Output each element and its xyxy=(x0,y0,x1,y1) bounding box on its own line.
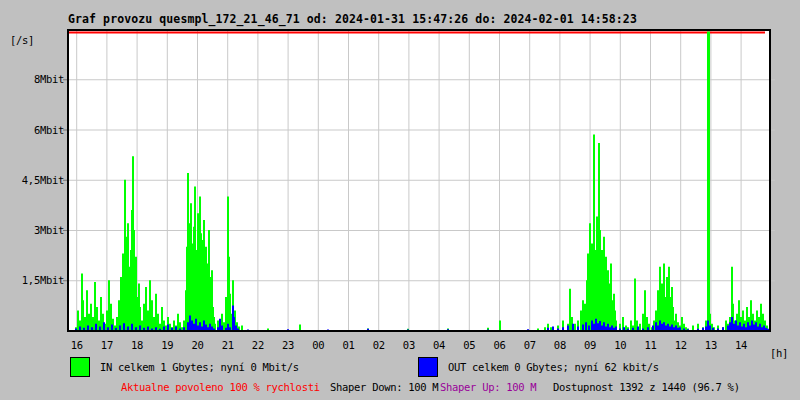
x-axis-tick-label: 18 xyxy=(122,339,152,352)
x-axis-tick-label: 10 xyxy=(605,339,635,352)
x-axis-tick-label: 06 xyxy=(485,339,515,352)
shaper-down-text: Shaper Down: 100 M xyxy=(330,381,438,394)
x-axis-tick-label: 13 xyxy=(696,339,726,352)
y-axis-unit-label: [/s] xyxy=(10,34,34,47)
x-axis-tick-label: 21 xyxy=(213,339,243,352)
x-axis-unit-label: [h] xyxy=(770,347,788,360)
y-axis-tick-label: 3Mbit xyxy=(0,224,64,237)
x-axis-tick-label: 14 xyxy=(726,339,756,352)
y-axis-tick-label: 8Mbit xyxy=(0,73,64,86)
out-legend-label: OUT celkem 0 Gbytes; nyní 62 kbit/s xyxy=(448,361,659,374)
chart-title: Graf provozu quesmpl_172_21_46_71 od: 20… xyxy=(68,12,637,26)
x-axis-tick-label: 00 xyxy=(303,339,333,352)
shaper-up-text: Shaper Up: 100 M xyxy=(440,381,536,394)
x-axis-tick-label: 22 xyxy=(243,339,273,352)
x-axis-tick-label: 04 xyxy=(424,339,454,352)
x-axis-tick-label: 01 xyxy=(334,339,364,352)
x-axis-tick-label: 11 xyxy=(636,339,666,352)
x-axis-tick-label: 07 xyxy=(515,339,545,352)
traffic-graph-panel: { "header": { "title": "Graf provozu que… xyxy=(0,0,800,400)
y-axis-tick-label: 4,5Mbit xyxy=(0,174,64,187)
in-legend-swatch xyxy=(70,357,90,377)
x-axis-tick-label: 02 xyxy=(364,339,394,352)
x-axis-tick-label: 19 xyxy=(152,339,182,352)
x-axis-tick-label: 05 xyxy=(454,339,484,352)
traffic-plot xyxy=(62,28,776,337)
x-axis-tick-label: 12 xyxy=(666,339,696,352)
y-axis-tick-label: 6Mbit xyxy=(0,124,64,137)
out-legend-swatch xyxy=(418,357,438,377)
availability-text: Dostupnost 1392 z 1440 (96.7 %) xyxy=(553,381,740,394)
y-axis-tick-label: 1,5Mbit xyxy=(0,274,64,287)
x-axis-tick-label: 09 xyxy=(575,339,605,352)
allowed-speed-text: Aktualne povoleno 100 % rychlosti xyxy=(121,381,320,394)
x-axis-tick-label: 16 xyxy=(62,339,92,352)
x-axis-tick-label: 20 xyxy=(183,339,213,352)
x-axis-tick-label: 03 xyxy=(394,339,424,352)
x-axis-tick-label: 17 xyxy=(92,339,122,352)
x-axis: 1617181920212223000102030405060708091011… xyxy=(0,339,800,353)
x-axis-tick-label: 23 xyxy=(273,339,303,352)
in-legend-label: IN celkem 1 Gbytes; nyní 0 Mbit/s xyxy=(100,361,299,374)
x-axis-tick-label: 08 xyxy=(545,339,575,352)
